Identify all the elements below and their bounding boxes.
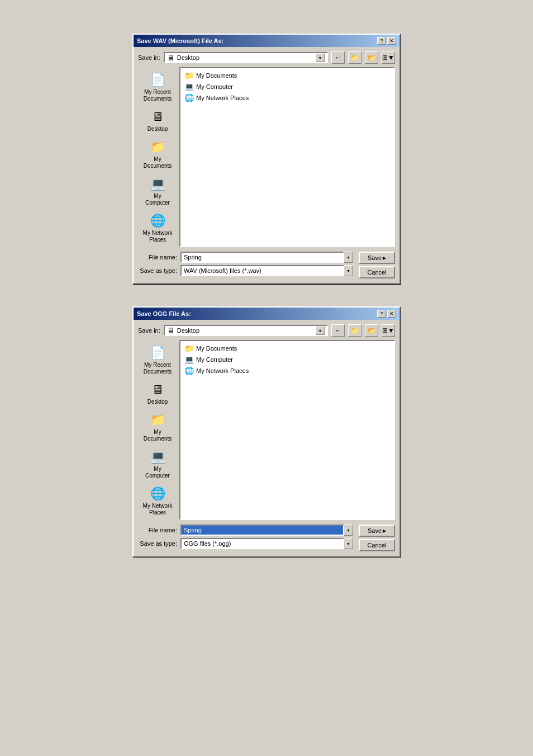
recent-icon: 📄 [149,71,166,89]
file-ogg-mydocs-label: My Documents [196,345,237,352]
save-in-arrow-ogg[interactable]: ▼ [316,326,325,335]
view-btn[interactable]: ⊞▼ [382,51,395,64]
savetype-row-ogg: Save as type: OGG files (*.ogg) ▼ [138,538,353,549]
back-btn[interactable]: ← [331,51,345,64]
save-in-value: Desktop [177,54,199,61]
close-button-ogg[interactable]: ✕ [387,310,396,318]
save-in-label-ogg: Save in: [138,327,160,334]
filename-dropdown-arrow-ogg[interactable]: ▼ [344,525,353,536]
savetype-label-ogg: Save as type: [138,540,177,547]
action-buttons-ogg: Save ▶ Cancel [359,525,395,551]
view-icon-ogg: ⊞▼ [382,327,394,334]
file-item-mydocs[interactable]: 📁 My Documents [183,70,392,81]
cancel-button-ogg[interactable]: Cancel [359,539,395,551]
bottom-fields-wav: File name: ▼ Save as type: WAV (Microsof… [138,252,353,278]
filename-input-container-ogg: ▼ [180,525,353,536]
new-folder-btn-ogg[interactable]: 📂 [365,324,378,337]
help-button-ogg[interactable]: ? [377,310,386,318]
ogg-desktop-icon: 🖥 [149,381,166,399]
save-in-combo[interactable]: 🖥 Desktop ▼ [164,52,328,63]
file-ogg-mycomp-icon: 💻 [184,355,194,364]
bottom-section-ogg: File name: ▼ Save as type: OGG files (*.… [134,525,399,556]
save-in-label: Save in: [138,54,160,61]
dialog-wav: Save WAV (Microsoft) File As: ? ✕ Save i… [132,34,401,284]
save-in-value-container: 🖥 Desktop [167,53,316,62]
save-button-wav[interactable]: Save ▶ [359,252,395,264]
file-area-wav[interactable]: 📁 My Documents 💻 My Computer 🌐 My Networ… [179,67,395,247]
new-folder-icon: 📂 [368,54,376,62]
filename-label-ogg: File name: [138,527,177,533]
main-area-ogg: 📄 My RecentDocuments 🖥 Desktop 📁 My Docu… [138,340,395,520]
savetype-dropdown-arrow-wav[interactable]: ▼ [344,265,353,276]
file-ogg-network-label: My Network Places [196,367,249,374]
filename-dropdown-arrow-wav[interactable]: ▼ [344,252,353,263]
cancel-button-wav[interactable]: Cancel [359,266,395,278]
file-ogg-mydocs-icon: 📁 [184,344,194,353]
sidebar-item-mydocs[interactable]: 📁 My Documents [140,136,175,171]
titlebar-ogg: Save OGG File As: ? ✕ [134,308,399,320]
filename-row-wav: File name: ▼ [138,252,353,263]
sidebar-ogg-mycomp[interactable]: 💻 My Computer [140,446,175,481]
close-button-wav[interactable]: ✕ [387,37,396,45]
file-ogg-network[interactable]: 🌐 My Network Places [183,366,392,376]
file-ogg-mydocs[interactable]: 📁 My Documents [183,343,392,353]
ogg-recent-icon: 📄 [149,344,166,362]
view-btn-ogg[interactable]: ⊞▼ [382,324,395,337]
sidebar-item-desktop[interactable]: 🖥 Desktop [140,106,175,134]
save-in-value-container-ogg: 🖥 Desktop [167,326,316,335]
savetype-input-container-wav: WAV (Microsoft) files (*.wav) ▼ [180,265,353,276]
savetype-dropdown-arrow-ogg[interactable]: ▼ [344,538,353,549]
bottom-fields-ogg: File name: ▼ Save as type: OGG files (*.… [138,525,353,551]
file-area-ogg[interactable]: 📁 My Documents 💻 My Computer 🌐 My Networ… [179,340,395,520]
toolbar-row: Save in: 🖥 Desktop ▼ ← 📁 📂 ⊞▼ [138,51,395,64]
save-in-combo-ogg[interactable]: 🖥 Desktop ▼ [164,325,328,336]
file-item-network[interactable]: 🌐 My Network Places [183,93,392,103]
ogg-mycomp-label: My Computer [141,466,174,479]
filename-input-ogg[interactable] [180,525,344,536]
file-ogg-network-icon: 🌐 [184,366,194,375]
up-folder-btn[interactable]: 📁 [348,51,361,64]
sidebar-ogg-network[interactable]: 🌐 My Network Places [140,483,175,518]
sidebar-ogg: 📄 My RecentDocuments 🖥 Desktop 📁 My Docu… [138,340,177,520]
save-in-arrow[interactable]: ▼ [316,53,325,62]
filename-input-wav[interactable] [180,252,344,263]
sidebar-item-mycomp[interactable]: 💻 My Computer [140,173,175,208]
new-folder-icon-ogg: 📂 [368,327,376,334]
savetype-value-wav: WAV (Microsoft) files (*.wav) [180,265,344,276]
ogg-mycomp-icon: 💻 [149,448,166,466]
file-mycomp-label: My Computer [196,83,233,90]
back-icon-ogg: ← [335,327,341,334]
save-label-ogg: Save [368,527,382,534]
ogg-mydocs-icon: 📁 [149,411,166,429]
back-btn-ogg[interactable]: ← [331,324,345,337]
dialog-ogg-title: Save OGG File As: [137,310,191,317]
sidebar-ogg-desktop[interactable]: 🖥 Desktop [140,379,175,407]
sidebar-ogg-recent[interactable]: 📄 My RecentDocuments [140,342,175,377]
up-folder-btn-ogg[interactable]: 📁 [348,324,361,337]
file-network-label: My Network Places [196,94,249,101]
dialog-ogg: Save OGG File As: ? ✕ Save in: 🖥 Desktop… [132,306,401,557]
mycomp-label: My Computer [141,193,174,206]
bottom-row-wrapper-ogg: File name: ▼ Save as type: OGG files (*.… [138,525,395,551]
help-button-wav[interactable]: ? [377,37,386,45]
file-network-icon: 🌐 [184,93,194,102]
mydocs-icon: 📁 [149,138,166,156]
filename-label-wav: File name: [138,254,177,261]
main-area-wav: 📄 My RecentDocuments 🖥 Desktop 📁 My Docu… [138,67,395,247]
network-label: My Network Places [141,230,174,243]
bottom-row-wrapper-wav: File name: ▼ Save as type: WAV (Microsof… [138,252,395,278]
file-mycomp-icon: 💻 [184,82,194,91]
action-buttons-wav: Save ▶ Cancel [359,252,395,278]
file-ogg-mycomp[interactable]: 💻 My Computer [183,355,392,365]
ogg-mydocs-label: My Documents [141,429,174,442]
new-folder-btn[interactable]: 📂 [365,51,378,64]
file-mydocs-label: My Documents [196,72,237,79]
view-icon: ⊞▼ [382,54,394,62]
sidebar-ogg-mydocs[interactable]: 📁 My Documents [140,409,175,444]
sidebar-item-recent[interactable]: 📄 My RecentDocuments [140,69,175,104]
file-item-mycomp[interactable]: 💻 My Computer [183,82,392,92]
save-button-ogg[interactable]: Save ▶ [359,525,395,537]
save-label-wav: Save [368,254,382,261]
sidebar-item-network[interactable]: 🌐 My Network Places [140,210,175,245]
back-icon: ← [335,54,341,62]
